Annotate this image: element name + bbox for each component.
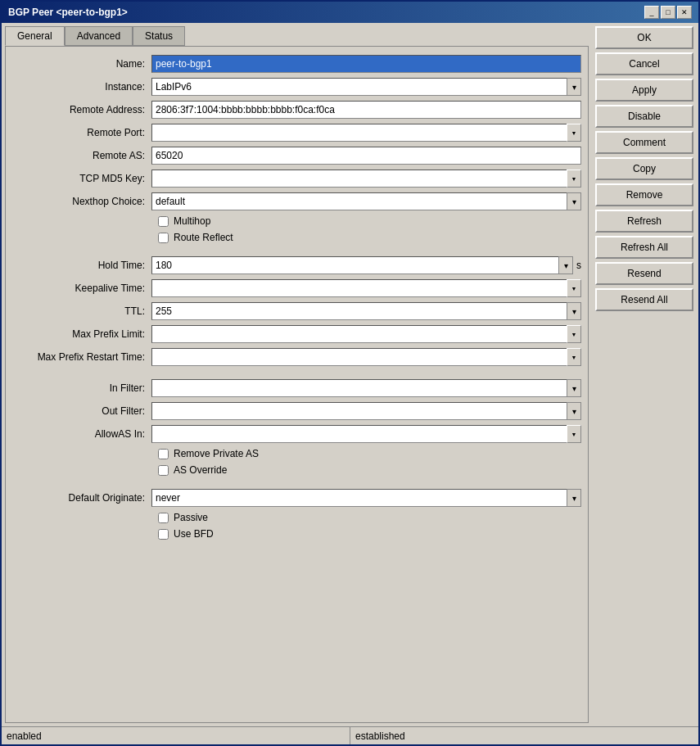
hold-time-label: Hold Time:: [12, 260, 151, 271]
tcp-md5-row: TCP MD5 Key:: [12, 170, 581, 188]
remote-address-input[interactable]: [151, 101, 581, 119]
refresh-all-button[interactable]: Refresh All: [595, 236, 693, 259]
remote-as-input[interactable]: [151, 147, 581, 165]
resend-button[interactable]: Resend: [595, 262, 693, 285]
tab-advanced[interactable]: Advanced: [65, 26, 133, 46]
remote-port-field: [151, 124, 581, 142]
remote-as-label: Remote AS:: [12, 150, 151, 161]
remote-address-row: Remote Address:: [12, 101, 581, 119]
remove-private-as-checkbox[interactable]: [158, 449, 169, 459]
resend-all-button[interactable]: Resend All: [595, 288, 693, 311]
multihop-checkbox[interactable]: [158, 216, 169, 227]
ok-button[interactable]: OK: [595, 26, 693, 49]
passive-row: Passive: [158, 512, 581, 523]
copy-button[interactable]: Copy: [595, 157, 693, 180]
chevron-down-icon: [572, 384, 576, 393]
tab-general[interactable]: General: [5, 26, 65, 46]
as-override-row: AS Override: [158, 464, 581, 476]
passive-checkbox[interactable]: [158, 513, 169, 523]
chevron-down-icon: [571, 430, 577, 438]
remote-port-label: Remote Port:: [12, 127, 151, 138]
max-prefix-restart-field: [151, 348, 581, 366]
multihop-row: Multihop: [158, 215, 581, 227]
max-prefix-restart-input[interactable]: [151, 348, 567, 366]
ttl-label: TTL:: [12, 305, 151, 317]
remote-port-input[interactable]: [151, 124, 567, 142]
default-originate-dropdown-btn[interactable]: [567, 489, 581, 507]
hold-time-input[interactable]: [151, 256, 558, 274]
window-title: BGP Peer <peer-to-bgp1>: [8, 7, 128, 18]
max-prefix-restart-label: Max Prefix Restart Time:: [12, 351, 151, 363]
in-filter-field: [151, 379, 581, 397]
tab-bar: General Advanced Status: [5, 26, 589, 46]
instance-row: Instance:: [12, 78, 581, 96]
route-reflect-checkbox[interactable]: [158, 233, 169, 243]
use-bfd-checkbox[interactable]: [158, 529, 169, 540]
ttl-dropdown-btn[interactable]: [567, 302, 581, 320]
ttl-input[interactable]: [151, 302, 567, 320]
chevron-down-icon: [572, 197, 576, 206]
allowas-in-input[interactable]: [151, 425, 567, 443]
chevron-down-icon: [572, 494, 576, 503]
nexthop-row: Nexthop Choice:: [12, 192, 581, 210]
chevron-down-icon: [571, 129, 577, 137]
name-row: Name:: [12, 55, 581, 73]
in-filter-row: In Filter:: [12, 379, 581, 397]
out-filter-dropdown-btn[interactable]: [567, 402, 581, 420]
nexthop-field: [151, 192, 581, 210]
nexthop-input[interactable]: [151, 192, 567, 210]
nexthop-dropdown-btn[interactable]: [567, 192, 581, 210]
status-bar: enabled established: [2, 726, 698, 744]
route-reflect-label: Route Reflect: [174, 232, 233, 243]
remove-private-as-row: Remove Private AS: [158, 448, 581, 459]
hold-time-dropdown-btn[interactable]: [558, 256, 573, 274]
tcp-md5-field: [151, 170, 581, 188]
instance-dropdown-btn[interactable]: [567, 78, 581, 96]
max-prefix-limit-field: [151, 325, 581, 343]
max-prefix-limit-label: Max Prefix Limit:: [12, 328, 151, 340]
remove-button[interactable]: Remove: [595, 183, 693, 206]
apply-button[interactable]: Apply: [595, 79, 693, 102]
ttl-field: [151, 302, 581, 320]
out-filter-input[interactable]: [151, 402, 567, 420]
max-prefix-limit-row: Max Prefix Limit:: [12, 325, 581, 343]
cancel-button[interactable]: Cancel: [595, 52, 693, 75]
allowas-in-label: AllowAS In:: [12, 428, 151, 440]
default-originate-field: [151, 489, 581, 507]
keepalive-input[interactable]: [151, 279, 567, 297]
default-originate-row: Default Originate:: [12, 489, 581, 507]
tab-status[interactable]: Status: [133, 26, 185, 46]
remote-port-dropdown-btn[interactable]: [567, 124, 581, 142]
instance-field: [151, 78, 581, 96]
refresh-button[interactable]: Refresh: [595, 210, 693, 233]
max-prefix-limit-input[interactable]: [151, 325, 567, 343]
in-filter-dropdown-btn[interactable]: [567, 379, 581, 397]
disable-button[interactable]: Disable: [595, 105, 693, 128]
keepalive-label: Keepalive Time:: [12, 283, 151, 294]
default-originate-input[interactable]: [151, 489, 567, 507]
use-bfd-row: Use BFD: [158, 528, 581, 540]
allowas-in-row: AllowAS In:: [12, 425, 581, 443]
minimize-button[interactable]: _: [644, 6, 659, 19]
keepalive-field: [151, 279, 581, 297]
out-filter-label: Out Filter:: [12, 405, 151, 417]
allowas-in-dropdown-btn[interactable]: [567, 425, 581, 443]
max-prefix-limit-dropdown-btn[interactable]: [567, 325, 581, 343]
instance-input[interactable]: [151, 78, 567, 96]
main-content: General Advanced Status Name: Instance:: [2, 23, 698, 726]
close-button[interactable]: ✕: [677, 6, 692, 19]
tcp-md5-dropdown-btn[interactable]: [567, 170, 581, 188]
as-override-label: AS Override: [174, 464, 227, 476]
as-override-checkbox[interactable]: [158, 465, 169, 476]
max-prefix-restart-dropdown-btn[interactable]: [567, 348, 581, 366]
in-filter-input[interactable]: [151, 379, 567, 397]
tcp-md5-input[interactable]: [151, 170, 567, 188]
passive-label: Passive: [174, 512, 208, 523]
comment-button[interactable]: Comment: [595, 131, 693, 154]
window-controls: _ □ ✕: [644, 6, 692, 19]
multihop-label: Multihop: [174, 215, 210, 227]
maximize-button[interactable]: □: [661, 6, 675, 19]
name-input[interactable]: [151, 55, 581, 73]
tcp-md5-label: TCP MD5 Key:: [12, 173, 151, 184]
keepalive-dropdown-btn[interactable]: [567, 279, 581, 297]
